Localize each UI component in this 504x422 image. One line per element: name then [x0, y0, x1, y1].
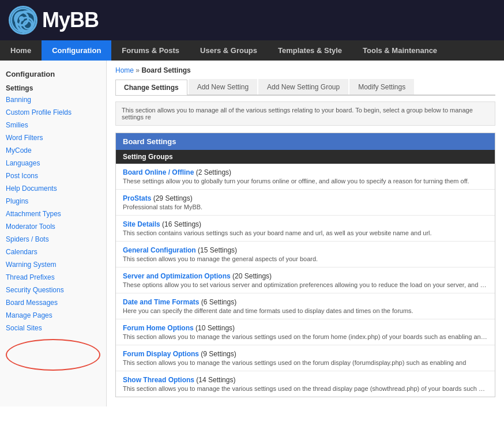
setting-group-count: (29 Settings)	[153, 194, 193, 202]
setting-group-title-general-configuration[interactable]: General Configuration (15 Settings)	[123, 246, 488, 254]
nav-tools-maintenance[interactable]: Tools & Maintenance	[352, 40, 447, 61]
setting-group-title-prostats[interactable]: ProStats (29 Settings)	[123, 194, 488, 202]
setting-group-count: (16 Settings)	[162, 220, 201, 228]
sidebar-subsection-title: Settings	[0, 81, 106, 93]
setting-group-count: (15 Settings)	[198, 246, 237, 254]
sidebar-item-warning-system[interactable]: Warning System	[0, 258, 106, 271]
sidebar-item-board-messages[interactable]: Board Messages	[0, 296, 106, 309]
sidebar-item-mycode[interactable]: MyCode	[0, 144, 106, 157]
setting-group-prostats: ProStats (29 Settings) Professional stat…	[116, 190, 495, 216]
svg-point-3	[19, 16, 24, 21]
sidebar-item-banning[interactable]: Banning	[0, 93, 106, 106]
svg-point-1	[15, 12, 28, 25]
sidebar-item-plugins[interactable]: Plugins	[0, 195, 106, 208]
tab-add-new-setting-group[interactable]: Add New Setting Group	[258, 79, 348, 95]
setting-group-count: (2 Settings)	[196, 168, 231, 176]
setting-group-title-forum-display-options[interactable]: Forum Display Options (9 Settings)	[123, 350, 488, 358]
setting-group-count: (9 Settings)	[201, 350, 236, 358]
sidebar-item-post-icons[interactable]: Post Icons	[0, 169, 106, 182]
oval-annotation	[6, 339, 100, 371]
setting-group-count: (10 Settings)	[195, 324, 235, 332]
nav-templates-style[interactable]: Templates & Style	[268, 40, 352, 61]
sidebar-item-spiders-bots[interactable]: Spiders / Bots	[0, 233, 106, 246]
logo-icon	[9, 6, 37, 35]
setting-group-general-configuration: General Configuration (15 Settings) This…	[116, 242, 495, 267]
tab-change-settings[interactable]: Change Settings	[115, 80, 187, 95]
setting-group-show-thread-options: Show Thread Options (14 Settings) This s…	[116, 371, 495, 397]
main-layout: Configuration Settings Banning Custom Pr…	[0, 61, 504, 406]
setting-group-count: (20 Settings)	[232, 272, 272, 280]
setting-group-date-time-formats: Date and Time Formats (6 Settings) Here …	[116, 293, 495, 319]
setting-group-title-date-time-formats[interactable]: Date and Time Formats (6 Settings)	[123, 298, 488, 306]
content-area: Home » Board Settings Change Settings Ad…	[107, 61, 504, 406]
setting-group-title-board-online-offline[interactable]: Board Online / Offline (2 Settings)	[123, 168, 488, 176]
sidebar-item-word-filters[interactable]: Word Filters	[0, 131, 106, 144]
nav-home[interactable]: Home	[0, 40, 42, 61]
setting-group-desc-forum-display-options: This section allows you to manage the va…	[123, 359, 488, 366]
setting-group-desc-general-configuration: This section allows you to manage the ge…	[123, 255, 488, 262]
setting-group-title-show-thread-options[interactable]: Show Thread Options (14 Settings)	[123, 376, 488, 384]
breadcrumb: Home » Board Settings	[115, 66, 495, 74]
sidebar-item-security-questions[interactable]: Security Questions	[0, 284, 106, 296]
sidebar-item-moderator-tools[interactable]: Moderator Tools	[0, 220, 106, 233]
breadcrumb-home[interactable]: Home	[115, 66, 134, 74]
nav-forums-posts[interactable]: Forums & Posts	[111, 40, 190, 61]
nav-users-groups[interactable]: Users & Groups	[190, 40, 268, 61]
breadcrumb-current: Board Settings	[141, 66, 190, 74]
logo-text: MyBB	[42, 8, 99, 32]
sidebar-item-manage-pages[interactable]: Manage Pages	[0, 309, 106, 322]
setting-group-desc-forum-home-options: This section allows you to manage the va…	[123, 333, 488, 340]
sidebar-item-custom-profile-fields[interactable]: Custom Profile Fields	[0, 106, 106, 119]
setting-group-forum-home-options: Forum Home Options (10 Settings) This se…	[116, 319, 495, 345]
setting-group-desc-date-time-formats: Here you can specify the different date …	[123, 307, 488, 314]
setting-group-title-forum-home-options[interactable]: Forum Home Options (10 Settings)	[123, 324, 488, 332]
sidebar-item-languages[interactable]: Languages	[0, 157, 106, 169]
setting-group-count: (14 Settings)	[196, 376, 235, 384]
tabs-bar: Change Settings Add New Setting Add New …	[115, 79, 495, 96]
sidebar-item-help-documents[interactable]: Help Documents	[0, 182, 106, 195]
setting-group-desc-show-thread-options: This section allows you to manage the va…	[123, 385, 488, 392]
setting-group-server-optimization: Server and Optimization Options (20 Sett…	[116, 267, 495, 293]
svg-point-2	[24, 21, 32, 29]
setting-group-desc-prostats: Professional stats for MyBB.	[123, 204, 488, 210]
nav-bar: Home Configuration Forums & Posts Users …	[0, 40, 504, 61]
setting-group-desc-site-details: This section contains various settings s…	[123, 229, 488, 236]
panel-header: Board Settings	[116, 133, 495, 150]
setting-group-count: (6 Settings)	[201, 298, 236, 306]
tab-modify-settings[interactable]: Modify Settings	[349, 79, 414, 95]
panel-subheader: Setting Groups	[116, 150, 495, 164]
sidebar-item-calendars[interactable]: Calendars	[0, 246, 106, 258]
sidebar-item-smilies[interactable]: Smilies	[0, 119, 106, 131]
page-header: MyBB	[0, 0, 504, 40]
tab-add-new-setting[interactable]: Add New Setting	[189, 79, 257, 95]
logo-area: MyBB	[9, 6, 99, 35]
board-settings-panel: Board Settings Setting Groups Board Onli…	[115, 133, 495, 397]
svg-point-0	[12, 9, 35, 32]
breadcrumb-separator: »	[136, 66, 141, 74]
sidebar-item-attachment-types[interactable]: Attachment Types	[0, 208, 106, 220]
setting-group-desc-board-online-offline: These settings allow you to globally tur…	[123, 178, 488, 184]
nav-configuration[interactable]: Configuration	[42, 40, 111, 61]
setting-group-desc-server-optimization: These options allow you to set various s…	[123, 281, 488, 288]
sidebar: Configuration Settings Banning Custom Pr…	[0, 61, 107, 406]
setting-group-board-online-offline: Board Online / Offline (2 Settings) Thes…	[116, 164, 495, 190]
sidebar-item-thread-prefixes[interactable]: Thread Prefixes	[0, 271, 106, 284]
setting-group-forum-display-options: Forum Display Options (9 Settings) This …	[116, 345, 495, 371]
setting-group-title-site-details[interactable]: Site Details (16 Settings)	[123, 220, 488, 228]
info-box: This section allows you to manage all of…	[115, 101, 495, 126]
sidebar-section-title: Configuration	[0, 65, 106, 81]
setting-group-site-details: Site Details (16 Settings) This section …	[116, 216, 495, 242]
sidebar-item-social-sites[interactable]: Social Sites	[0, 322, 106, 334]
setting-group-title-server-optimization[interactable]: Server and Optimization Options (20 Sett…	[123, 272, 488, 280]
